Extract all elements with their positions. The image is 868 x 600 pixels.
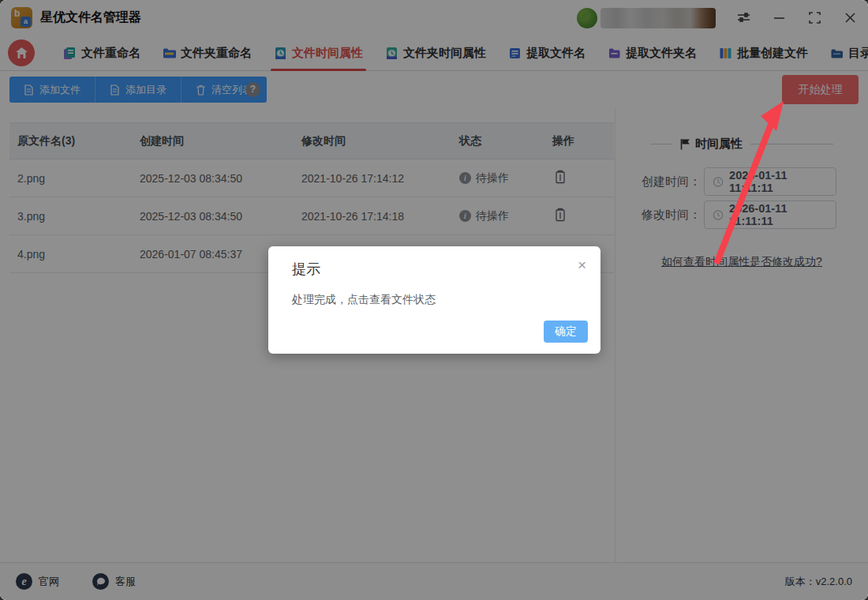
dialog-close-icon[interactable]: ×	[578, 257, 586, 272]
app-window: ba 星优文件名管理器	[0, 0, 868, 600]
dialog-title: 提示	[292, 260, 320, 279]
dialog-ok-button[interactable]: 确定	[544, 321, 588, 343]
dialog-message: 处理完成，点击查看文件状态	[292, 293, 436, 307]
alert-dialog: 提示 × 处理完成，点击查看文件状态 确定	[268, 246, 600, 354]
